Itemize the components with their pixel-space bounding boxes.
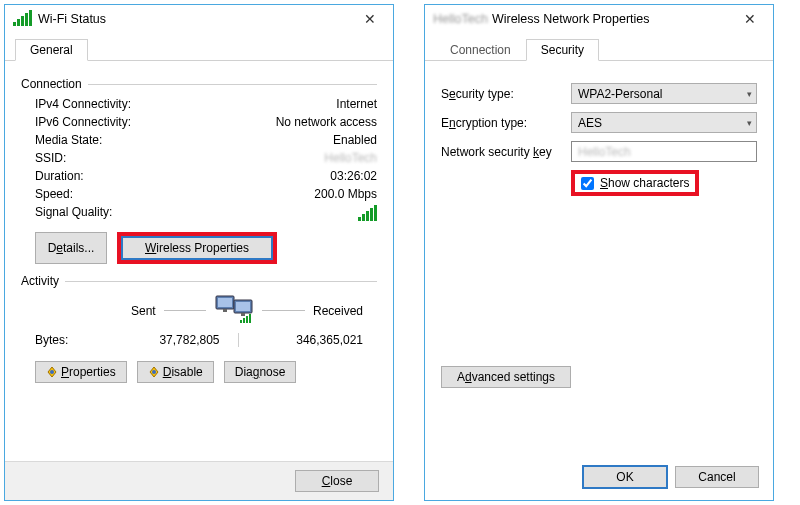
duration-label: Duration: — [35, 169, 247, 183]
show-characters-label: Show characters — [600, 176, 689, 190]
close-icon[interactable]: ✕ — [733, 8, 767, 30]
chevron-down-icon: ▾ — [747, 89, 752, 99]
encryption-type-label: Encryption type: — [441, 116, 571, 130]
speed-value: 200.0 Mbps — [247, 187, 377, 201]
media-value: Enabled — [247, 133, 377, 147]
titlebar: HelloTech Wireless Network Properties ✕ — [425, 5, 773, 33]
group-connection: Connection — [21, 77, 377, 91]
bytes-received: 346,365,021 — [239, 333, 364, 347]
tab-connection[interactable]: Connection — [435, 39, 526, 61]
details-button[interactable]: Details... — [35, 232, 107, 264]
svg-rect-9 — [249, 314, 251, 323]
titlebar: Wi-Fi Status ✕ — [5, 5, 393, 33]
svg-rect-2 — [223, 309, 227, 312]
svg-rect-1 — [218, 298, 232, 307]
monitors-icon — [214, 294, 254, 327]
encryption-type-combo[interactable]: AES ▾ — [571, 112, 757, 133]
disable-button[interactable]: Disable — [137, 361, 214, 383]
window-title: Wi-Fi Status — [38, 12, 106, 26]
wifi-signal-icon — [13, 10, 32, 29]
properties-button[interactable]: Properties — [35, 361, 127, 383]
ssid-label: SSID: — [35, 151, 247, 165]
svg-rect-4 — [236, 302, 250, 311]
svg-rect-6 — [240, 320, 242, 323]
bytes-sent: 37,782,805 — [95, 333, 238, 347]
close-button[interactable]: Close — [295, 470, 379, 492]
security-type-label: Security type: — [441, 87, 571, 101]
wireless-properties-button[interactable]: Wireless Properties — [122, 237, 272, 259]
tab-general[interactable]: General — [15, 39, 88, 61]
ok-button[interactable]: OK — [583, 466, 667, 488]
svg-rect-8 — [246, 316, 248, 323]
security-type-combo[interactable]: WPA2-Personal ▾ — [571, 83, 757, 104]
speed-label: Speed: — [35, 187, 247, 201]
sent-label: Sent — [131, 304, 156, 318]
svg-point-10 — [50, 370, 54, 374]
signal-label: Signal Quality: — [35, 205, 247, 224]
network-key-label: Network security key — [441, 145, 571, 159]
cancel-button[interactable]: Cancel — [675, 466, 759, 488]
advanced-settings-button[interactable]: Advanced settings — [441, 366, 571, 388]
bytes-label: Bytes: — [35, 333, 95, 347]
ipv6-label: IPv6 Connectivity: — [35, 115, 247, 129]
network-key-input[interactable]: HelloTech — [571, 141, 757, 162]
signal-quality-icon — [247, 205, 377, 224]
window-title: Wireless Network Properties — [492, 12, 650, 26]
duration-value: 03:26:02 — [247, 169, 377, 183]
tab-strip: Connection Security — [425, 37, 773, 61]
close-icon[interactable]: ✕ — [353, 8, 387, 30]
tab-strip: General — [5, 37, 393, 61]
group-activity: Activity — [21, 274, 377, 288]
svg-rect-5 — [241, 313, 245, 316]
highlight-show-characters: Show characters — [571, 170, 699, 196]
wireless-properties-dialog: HelloTech Wireless Network Properties ✕ … — [424, 4, 774, 501]
svg-point-11 — [152, 370, 156, 374]
media-label: Media State: — [35, 133, 247, 147]
network-name-blurred: HelloTech — [433, 12, 488, 26]
ipv4-label: IPv4 Connectivity: — [35, 97, 247, 111]
show-characters-checkbox[interactable] — [581, 177, 594, 190]
ipv4-value: Internet — [247, 97, 377, 111]
ipv6-value: No network access — [247, 115, 377, 129]
diagnose-button[interactable]: Diagnose — [224, 361, 297, 383]
chevron-down-icon: ▾ — [747, 118, 752, 128]
received-label: Received — [313, 304, 363, 318]
tab-security[interactable]: Security — [526, 39, 599, 61]
ssid-value: HelloTech — [247, 151, 377, 165]
wifi-status-dialog: Wi-Fi Status ✕ General Connection IPv4 C… — [4, 4, 394, 501]
svg-rect-7 — [243, 318, 245, 323]
highlight-wireless-properties: Wireless Properties — [117, 232, 277, 264]
